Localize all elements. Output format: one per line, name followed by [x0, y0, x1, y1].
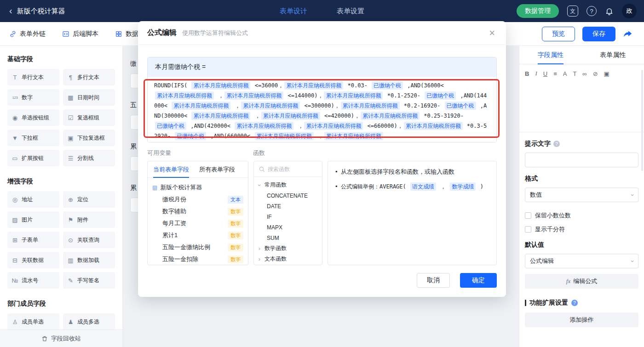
function-group[interactable]: 常用函数: [259, 180, 317, 190]
palette-item[interactable]: ♟成员多选: [63, 313, 115, 330]
field-token[interactable]: 累计本月应纳税所得额: [284, 81, 343, 90]
extension-help-icon[interactable]: ?: [571, 300, 578, 306]
palette-item[interactable]: 123数字: [7, 89, 59, 106]
clear-format-icon[interactable]: ⊘: [593, 70, 598, 77]
notification-bell-icon[interactable]: [605, 7, 614, 16]
font-color-icon[interactable]: A: [563, 70, 567, 77]
toolbar-item-external-link[interactable]: 表单外链: [9, 30, 46, 38]
default-value-select[interactable]: 公式编辑: [525, 254, 638, 268]
palette-item[interactable]: ▼下拉框: [7, 130, 59, 146]
decimal-checkbox[interactable]: [525, 212, 531, 219]
palette-item[interactable]: ⊙关联查询: [63, 232, 115, 248]
function-item[interactable]: IF: [259, 211, 317, 222]
function-group[interactable]: 文本函数: [259, 254, 317, 264]
field-token[interactable]: 累计本月应纳税所得额: [324, 91, 383, 100]
field-token[interactable]: 已缴纳个税: [155, 122, 186, 130]
hint-text-input[interactable]: [525, 153, 638, 167]
palette-item[interactable]: ☰分割线: [63, 150, 115, 166]
field-token[interactable]: 语文成绩: [410, 182, 436, 191]
palette-item[interactable]: T单行文本: [7, 69, 59, 85]
underline-icon[interactable]: U: [543, 70, 547, 77]
bold-icon[interactable]: B: [525, 70, 529, 77]
function-group[interactable]: 数学函数: [259, 243, 317, 254]
palette-item[interactable]: ✎手写签名: [63, 272, 115, 289]
data-manage-button[interactable]: 数据管理: [517, 4, 559, 18]
align-icon[interactable]: ≡: [553, 70, 557, 77]
variable-field-row[interactable]: 每月工资数字: [152, 217, 243, 229]
variable-field-row[interactable]: 五险一金扣除数字: [152, 253, 243, 265]
field-token[interactable]: 累计本月应纳税所得额: [235, 122, 293, 130]
field-token[interactable]: 累计本月应纳税所得额: [155, 91, 214, 100]
hint-help-icon[interactable]: ?: [553, 141, 560, 147]
add-action-button[interactable]: 添加操作: [525, 313, 638, 327]
field-recycle-bin[interactable]: 字段回收站: [0, 330, 122, 347]
palette-item[interactable]: ▨图片: [7, 211, 59, 228]
palette-item[interactable]: ⊕定位: [63, 191, 115, 208]
function-item[interactable]: CONCATENATE: [259, 190, 317, 201]
language-icon[interactable]: 文: [567, 6, 578, 17]
field-token[interactable]: 累计本月应纳税所得额: [261, 112, 320, 120]
palette-item[interactable]: ¶多行文本: [63, 69, 115, 85]
user-avatar[interactable]: 政: [622, 4, 637, 18]
tab-form-design[interactable]: 表单设计: [280, 7, 307, 16]
function-item[interactable]: DATE: [259, 201, 317, 211]
variable-field-row[interactable]: 五险一金缴纳比例数字: [152, 241, 243, 253]
field-token[interactable]: 累计本月应纳税所得额: [341, 102, 400, 110]
preview-button[interactable]: 预览: [542, 27, 575, 41]
help-icon[interactable]: ?: [586, 6, 597, 16]
palette-item[interactable]: ⚑附件: [63, 211, 115, 228]
palette-item[interactable]: ◉单选按钮组: [7, 109, 59, 126]
field-token[interactable]: 数学成绩: [450, 182, 476, 191]
share-icon[interactable]: [623, 29, 633, 39]
thousand-separator-checkbox[interactable]: [525, 226, 531, 233]
field-label-editor[interactable]: [519, 81, 644, 132]
palette-item[interactable]: ☑复选框组: [63, 109, 115, 126]
function-item[interactable]: SUM: [259, 233, 317, 243]
function-item[interactable]: MAPX: [259, 222, 317, 233]
tab-form-settings[interactable]: 表单设置: [337, 7, 364, 16]
field-token[interactable]: 已缴纳个税: [445, 102, 476, 110]
field-token[interactable]: 已缴纳个税: [372, 81, 403, 90]
back-button[interactable]: ‹: [9, 6, 12, 16]
format-select[interactable]: 数值: [525, 188, 638, 202]
field-token[interactable]: 累计本月应纳税所得额: [241, 102, 300, 110]
save-button[interactable]: 保存: [582, 27, 615, 41]
field-token[interactable]: 累计本月应纳税所得额: [224, 91, 283, 100]
field-token[interactable]: 累计本月应纳税所得额: [191, 112, 250, 120]
field-token[interactable]: 累计本月应纳税所得额: [304, 122, 363, 130]
variables-form-node[interactable]: ▤ 新版个税计算器: [152, 182, 243, 193]
insert-image-icon[interactable]: ▣: [604, 70, 610, 77]
field-token[interactable]: 已缴纳个税: [175, 132, 206, 140]
tab-form-properties[interactable]: 表单属性: [582, 46, 644, 64]
field-token[interactable]: 累计本月应纳税所得额: [172, 102, 230, 110]
variable-field-row[interactable]: 累计1数字: [152, 229, 243, 241]
close-icon[interactable]: ×: [489, 28, 495, 38]
palette-item[interactable]: ▥数据加载: [63, 252, 115, 268]
tab-current-form-fields[interactable]: 当前表单字段: [153, 161, 189, 177]
palette-item[interactable]: ⊞子表单: [7, 232, 59, 248]
field-token[interactable]: 累计本月应纳税所得额: [361, 112, 420, 120]
field-token[interactable]: 累计本月应纳税所得额: [255, 132, 314, 140]
palette-item[interactable]: ♙成员单选: [7, 313, 59, 330]
palette-item[interactable]: ▣下拉复选框: [63, 130, 115, 146]
cancel-button[interactable]: 取消: [417, 273, 450, 288]
palette-item[interactable]: ⊟关联数据: [7, 252, 59, 268]
edit-formula-button[interactable]: fx 编辑公式: [525, 274, 638, 289]
palette-item[interactable]: ▭扩展按钮: [7, 150, 59, 166]
palette-item[interactable]: ◎地址: [7, 191, 59, 208]
panel-scrollbar[interactable]: [641, 70, 643, 171]
tab-field-properties[interactable]: 字段属性: [519, 46, 582, 64]
field-token[interactable]: 累计本月应纳税所得额: [191, 81, 250, 90]
link-icon[interactable]: ∞: [582, 70, 586, 77]
field-token[interactable]: 已缴纳个税: [425, 91, 456, 100]
confirm-button[interactable]: 确定: [460, 273, 497, 288]
variable-field-row[interactable]: 缴税月份文本: [152, 193, 243, 205]
variable-field-row[interactable]: 数字辅助数字: [152, 205, 243, 217]
toolbar-item-backend-script[interactable]: 后端脚本: [62, 30, 98, 38]
italic-icon[interactable]: I: [535, 70, 537, 77]
formula-editor-content[interactable]: ROUND(IFS( 累计本月应纳税所得额 <=36000，累计本月应纳税所得额…: [148, 77, 496, 142]
tab-all-form-fields[interactable]: 所有表单字段: [199, 161, 235, 177]
field-token[interactable]: 累计本月应纳税所得额: [324, 132, 383, 140]
palette-item[interactable]: №流水号: [7, 272, 59, 289]
palette-item[interactable]: ▦日期时间: [63, 89, 115, 106]
